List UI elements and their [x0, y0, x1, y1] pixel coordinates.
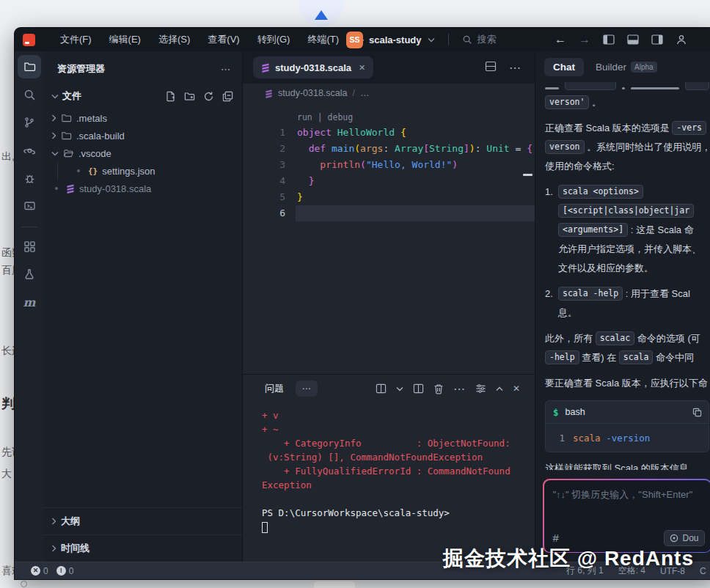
- code-line[interactable]: 4 }: [243, 173, 535, 189]
- account-icon[interactable]: [676, 34, 687, 45]
- chat-text: : 这是 Scala 命: [628, 224, 694, 235]
- code-editor[interactable]: run | debug 1object HelloWorld {2 def ma…: [243, 103, 535, 374]
- breadcrumb[interactable]: study-0318.scala / …: [243, 84, 535, 103]
- terminal-line[interactable]: (v:String) [], CommandNotFoundException: [262, 450, 535, 464]
- global-search[interactable]: 搜索: [462, 33, 497, 46]
- chevron-right-icon: [51, 114, 56, 122]
- terminal-line[interactable]: + FullyQualifiedErrorId : CommandNotFoun…: [262, 464, 535, 478]
- chat-text-row: 这样就能获取到 Scala 的版本信息。: [545, 459, 709, 470]
- split-terminal-icon[interactable]: [413, 383, 424, 394]
- tab-close-icon[interactable]: ✕: [359, 63, 365, 73]
- new-file-icon[interactable]: [165, 91, 176, 102]
- activity-metals-icon[interactable]: m: [18, 290, 41, 314]
- activity-source-control-icon[interactable]: [18, 111, 41, 134]
- activity-search-icon[interactable]: [18, 83, 41, 106]
- menu-item[interactable]: 选择(S): [150, 31, 199, 48]
- nav-forward-icon[interactable]: →: [579, 33, 590, 46]
- scala-icon: [66, 183, 75, 194]
- code-line[interactable]: 5}: [243, 189, 535, 205]
- layout-sidebar-left-icon[interactable]: [603, 34, 615, 45]
- timeline-label: 时间线: [61, 542, 89, 555]
- terminal-line[interactable]: [262, 520, 535, 534]
- split-editor-icon[interactable]: [485, 61, 497, 75]
- sidebar-more-button[interactable]: ⋯: [221, 64, 232, 75]
- background-dot: [21, 581, 27, 587]
- app-logo-icon[interactable]: [23, 34, 35, 46]
- copy-code-icon[interactable]: [692, 408, 702, 417]
- tree-item-study-0318.scala[interactable]: study-0318.scala: [44, 180, 242, 197]
- tab-builder[interactable]: Builder Alpha: [596, 62, 657, 73]
- filter-sliders-icon[interactable]: [475, 383, 486, 394]
- warnings-status[interactable]: ! 0: [56, 566, 74, 576]
- list-number: 1.: [545, 183, 558, 202]
- model-name: Dou: [682, 533, 698, 543]
- panel-tab-more-button[interactable]: ⋯: [296, 381, 318, 397]
- list-number: 2.: [545, 284, 558, 304]
- eol-status[interactable]: C: [700, 566, 706, 576]
- tab-chat[interactable]: Chat: [544, 58, 584, 76]
- menu-item[interactable]: 查看(V): [199, 31, 248, 48]
- activity-explorer-icon[interactable]: [18, 55, 41, 78]
- project-switcher[interactable]: SS scala-study 搜索: [346, 32, 497, 48]
- terminal-line[interactable]: + ~: [262, 422, 535, 436]
- clipped-message-row: [545, 82, 709, 93]
- model-selector-chip[interactable]: Dou: [664, 530, 704, 546]
- problems-tab[interactable]: 问题: [265, 382, 284, 395]
- line-number: 5: [243, 189, 285, 205]
- tree-item-.vscode[interactable]: .vscode: [44, 144, 242, 162]
- chat-text-row: 2.scala -help : 用于查看 Scal: [545, 284, 709, 304]
- layout-sidebar-right-icon[interactable]: [651, 34, 663, 45]
- collapse-all-icon[interactable]: [222, 91, 233, 102]
- close-panel-icon[interactable]: ✕: [513, 383, 520, 394]
- panel-actions: ⋯ ✕: [376, 382, 520, 396]
- terminal-line[interactable]: Exception: [262, 478, 535, 492]
- editor-tab[interactable]: study-0318.scala ✕: [253, 56, 373, 78]
- tree-item-.metals[interactable]: .metals: [44, 109, 242, 127]
- chevron-right-icon: [51, 518, 56, 525]
- chat-text: 。: [589, 97, 601, 108]
- menu-item[interactable]: 编辑(E): [100, 31, 150, 48]
- editor-more-icon[interactable]: ⋯: [509, 61, 521, 75]
- chat-input[interactable]: "↑↓" 切换历史输入，"Shift+Enter" # Dou: [544, 480, 710, 552]
- panel-more-icon[interactable]: ⋯: [453, 382, 466, 396]
- maximize-panel-icon[interactable]: [496, 386, 503, 392]
- chevron-down-icon[interactable]: [396, 386, 403, 392]
- chat-text: 这样就能获取到 Scala 的版本信息。: [545, 463, 698, 470]
- code-line[interactable]: 2 def main(args: Array[String]): Unit = …: [243, 141, 535, 157]
- activity-remote-orbit-icon[interactable]: [18, 139, 41, 162]
- menu-item[interactable]: 文件(F): [51, 31, 100, 48]
- refresh-icon[interactable]: [203, 91, 214, 102]
- files-section-header[interactable]: 文件: [44, 87, 242, 105]
- terminal-line[interactable]: [262, 492, 535, 506]
- new-folder-icon[interactable]: [184, 91, 195, 102]
- menu-item[interactable]: 转到(G): [249, 31, 299, 48]
- background-pill: [314, 581, 355, 588]
- explorer-sidebar: 资源管理器 ⋯ 文件 .metals.scala-build.vscode{}s…: [44, 51, 242, 562]
- problems-status[interactable]: ✕ 0: [31, 566, 48, 576]
- tree-item-settings.json[interactable]: {}settings.json: [44, 162, 242, 180]
- activity-debug-bug-icon[interactable]: [18, 166, 41, 190]
- codelens-run-link[interactable]: run: [297, 112, 312, 122]
- terminal-columns-icon[interactable]: [376, 383, 387, 394]
- code-line[interactable]: 6: [243, 205, 535, 221]
- activity-extensions-icon[interactable]: [18, 235, 41, 258]
- nav-back-icon[interactable]: ←: [555, 33, 566, 46]
- codelens-debug-link[interactable]: debug: [328, 112, 354, 122]
- timeline-section-header[interactable]: 时间线: [44, 534, 242, 562]
- trash-icon[interactable]: [433, 383, 444, 394]
- activity-test-flask-icon[interactable]: [18, 262, 41, 286]
- context-hash-button[interactable]: #: [553, 532, 559, 544]
- scroll-top-button[interactable]: [299, 0, 343, 26]
- menu-item[interactable]: 终端(T): [299, 31, 348, 48]
- code-line[interactable]: 1object HelloWorld {: [243, 125, 535, 141]
- tree-item-.scala-build[interactable]: .scala-build: [44, 127, 242, 144]
- terminal-line[interactable]: + CategoryInfo : ObjectNotFound:: [262, 436, 535, 450]
- terminal-line[interactable]: + v: [262, 408, 535, 422]
- inline-code-chip: verson': [545, 95, 589, 109]
- outline-section-header[interactable]: 大纲: [44, 507, 242, 534]
- activity-console-screen-icon[interactable]: [18, 194, 41, 218]
- terminal-output[interactable]: + v+ ~ + CategoryInfo : ObjectNotFound: …: [243, 403, 535, 562]
- code-line[interactable]: 3 println("Hello, World!"): [243, 157, 535, 173]
- layout-panel-bottom-icon[interactable]: [627, 34, 639, 45]
- terminal-line[interactable]: PS D:\CursorWorkspace\scala-study>: [262, 506, 535, 520]
